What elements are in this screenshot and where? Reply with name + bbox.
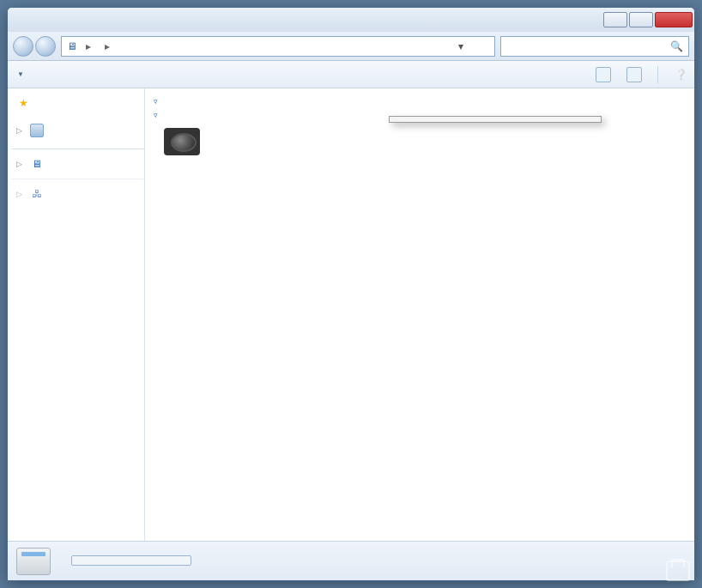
toolbar: ▼ ❔: [8, 61, 694, 88]
maximize-button[interactable]: [629, 12, 653, 27]
library-icon: [30, 124, 44, 137]
view-options-button[interactable]: [596, 67, 611, 82]
status-bar: [8, 541, 694, 580]
titlebar: [8, 8, 694, 32]
navigation-pane[interactable]: ★ ▷ ▷ 🖥: [8, 88, 145, 541]
section-disks[interactable]: ▿: [154, 97, 686, 106]
star-icon: ★: [16, 96, 30, 110]
search-input[interactable]: 🔍: [500, 36, 689, 57]
close-button[interactable]: [655, 12, 693, 27]
sidebar-favorites-header[interactable]: ★: [11, 94, 144, 112]
chevron-icon: ▷: [16, 190, 25, 198]
status-used-bar: [71, 555, 191, 566]
address-dropdown[interactable]: ▾: [455, 40, 467, 52]
help-icon[interactable]: ❔: [674, 68, 687, 82]
network-item-ecap[interactable]: [164, 128, 209, 155]
drive-icon: [16, 548, 51, 575]
toolbar-divider: [657, 66, 658, 83]
sidebar-network[interactable]: ▷ 🖧: [11, 185, 144, 203]
camera-icon: [164, 128, 200, 155]
search-icon: 🔍: [669, 39, 683, 53]
sidebar-computer[interactable]: ▷ 🖥: [11, 155, 144, 173]
content-pane[interactable]: ▿ ▿: [145, 88, 694, 541]
crumb-separator: ▸: [84, 40, 93, 52]
address-bar[interactable]: 🖥 ▸ ▸ ▾: [61, 36, 495, 57]
preview-pane-button[interactable]: [626, 67, 642, 82]
minimize-button[interactable]: [603, 12, 627, 27]
computer-icon: 🖥: [65, 39, 79, 53]
nav-back-button[interactable]: [13, 36, 33, 57]
explorer-window: 🖥 ▸ ▸ ▾ 🔍 ▼ ❔ ★: [7, 7, 695, 581]
crumb-separator: ▸: [103, 40, 112, 52]
address-bar-row: 🖥 ▸ ▸ ▾ 🔍: [8, 32, 694, 61]
chevron-down-icon: ▷: [16, 126, 25, 135]
network-icon: 🖧: [30, 187, 44, 201]
context-menu[interactable]: [389, 116, 602, 123]
sidebar-libraries-header[interactable]: ▷: [11, 121, 144, 140]
computer-icon: 🖥: [30, 157, 44, 171]
chevron-icon: ▷: [16, 160, 25, 168]
toolbar-organize[interactable]: ▼: [15, 70, 24, 78]
nav-forward-button[interactable]: [35, 36, 56, 57]
body-area: ★ ▷ ▷ 🖥: [8, 88, 694, 541]
